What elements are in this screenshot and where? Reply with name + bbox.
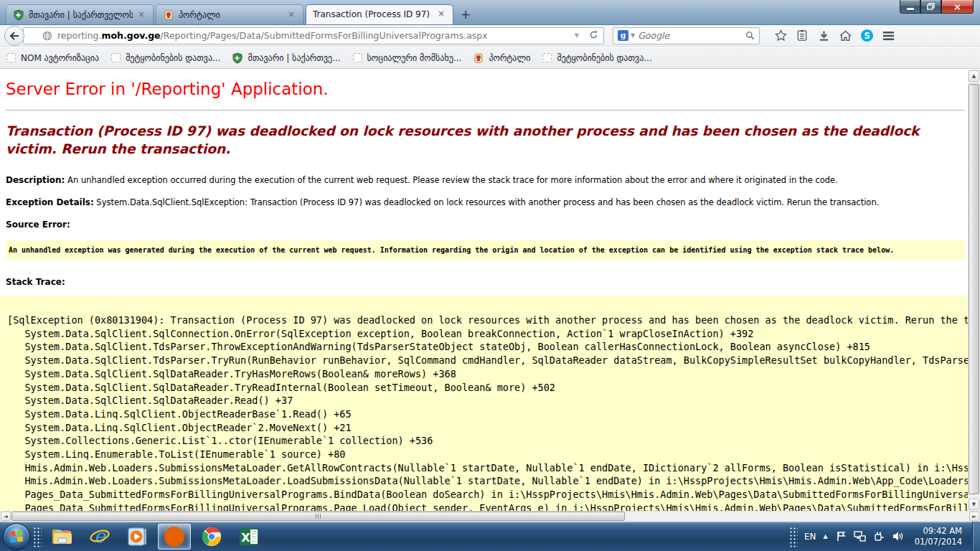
- source-error-row: Source Error:: [6, 220, 965, 230]
- exception-details-text: System.Data.SqlClient.SqlException: Tran…: [96, 197, 879, 207]
- divider: [6, 110, 965, 110]
- bookmarks-menu-icon[interactable]: [791, 27, 813, 45]
- restore-button[interactable]: [920, 0, 941, 14]
- url-text: reporting.moh.gov.ge/Reporting/Pages/Dat…: [57, 30, 570, 41]
- stack-line: System.Data.Linq.SqlClient.ObjectReader`…: [7, 421, 968, 435]
- svg-text:X: X: [241, 530, 250, 544]
- minimize-icon: [907, 8, 914, 10]
- svg-text:S: S: [864, 31, 870, 41]
- taskbar-chrome-button[interactable]: [195, 524, 228, 550]
- taskbar-media-player-button[interactable]: [121, 524, 154, 550]
- close-icon: ×: [953, 1, 961, 12]
- stack-line: System.Data.SqlClient.SqlConnection.OnEr…: [7, 327, 968, 341]
- page-content: Server Error in '/Reporting' Application…: [0, 70, 980, 522]
- menu-icon[interactable]: [877, 27, 899, 45]
- stack-line: System.Collections.Generic.List`1..ctor(…: [7, 434, 968, 448]
- bookmark-mtavari[interactable]: მთავარი | საქართვე...: [232, 52, 340, 64]
- exception-details-label: Exception Details:: [6, 197, 94, 207]
- google-favicon: g: [618, 30, 628, 41]
- scroll-down-icon[interactable]: ▼: [969, 499, 979, 510]
- horizontal-scrollbar[interactable]: ◄ ►: [0, 511, 980, 522]
- hidden-icons-icon[interactable]: ▲: [824, 533, 828, 540]
- taskbar-internet-explorer-button[interactable]: e: [83, 524, 116, 550]
- bookmark-shetyobinebis-2[interactable]: შეტყობინების დათვა...: [542, 52, 651, 63]
- bookmark-placeholder-icon: [353, 53, 362, 62]
- taskbar-excel-button[interactable]: X: [232, 524, 265, 550]
- action-center-flag-icon[interactable]: [837, 531, 846, 542]
- bookmark-label: შეტყობინების დათვა...: [126, 53, 220, 63]
- power-plug-icon[interactable]: [874, 531, 885, 542]
- bookmark-star-icon[interactable]: [770, 27, 791, 45]
- bookmark-label: პორტალი: [489, 53, 530, 63]
- home-icon[interactable]: [834, 27, 856, 45]
- bookmark-label: შეტყობინების დათვა...: [557, 53, 651, 63]
- stack-trace-label: Stack Trace:: [6, 277, 65, 287]
- shield-icon: [232, 52, 243, 64]
- taskbar: e: [0, 522, 980, 551]
- tab-label: Transaction (Process ID 97) was...: [313, 9, 433, 19]
- tab-close-icon[interactable]: ×: [136, 10, 146, 20]
- start-button[interactable]: [3, 523, 30, 550]
- excel-icon: X: [238, 527, 260, 547]
- bookmark-socialuri[interactable]: სოციალური მომსახუ...: [352, 52, 462, 63]
- bookmarks-toolbar: NOM ავტორიზაცია შეტყობინების დათვა... მთ…: [0, 47, 980, 69]
- media-player-icon: [126, 527, 148, 547]
- bookmark-portali[interactable]: პორტალი: [473, 52, 530, 64]
- network-icon[interactable]: [854, 531, 866, 542]
- search-engine-dropdown-icon[interactable]: ▼: [631, 32, 635, 39]
- reload-icon[interactable]: [584, 30, 603, 41]
- url-bar[interactable]: reporting.moh.gov.ge/Reporting/Pages/Dat…: [23, 27, 604, 44]
- bookmark-placeholder-icon: [111, 53, 121, 62]
- new-tab-button[interactable]: +: [455, 6, 476, 24]
- back-button[interactable]: [4, 26, 24, 46]
- back-arrow-icon: [9, 32, 19, 40]
- bookmark-label: სოციალური მომსახუ...: [367, 53, 462, 63]
- svg-text:e: e: [94, 527, 106, 547]
- tab-strip: მთავარი | საქართველოს ... × პორტალი × Tr…: [6, 4, 476, 24]
- tab-label: პორტალი: [179, 10, 283, 20]
- windows-explorer-icon: [51, 527, 74, 546]
- source-error-label: Source Error:: [6, 220, 70, 230]
- clock[interactable]: 09:42 AM 01/07/2014: [915, 526, 962, 547]
- tab-portali[interactable]: პორტალი ×: [156, 4, 303, 24]
- scroll-left-icon[interactable]: ◄: [1, 512, 11, 521]
- stack-line: System.Data.SqlClient.SqlDataReader.TryH…: [7, 367, 968, 381]
- scroll-right-icon[interactable]: ►: [969, 512, 979, 521]
- taskbar-firefox-button[interactable]: [158, 524, 191, 550]
- system-tray: EN ▲ 09:42 AM 01/07/2014: [786, 522, 980, 551]
- bookmark-nom-avtorizacia[interactable]: NOM ავტორიზაცია: [6, 52, 99, 63]
- search-icon[interactable]: [745, 31, 755, 40]
- globe-icon: [42, 31, 52, 41]
- vertical-scroll-thumb[interactable]: [969, 84, 979, 494]
- internet-explorer-icon: e: [89, 527, 110, 547]
- description-row: Description: An unhandled exception occu…: [6, 175, 965, 185]
- window-controls: ×: [900, 0, 974, 14]
- url-dropdown-icon[interactable]: ▼: [570, 32, 584, 39]
- horizontal-scroll-thumb[interactable]: [11, 512, 625, 521]
- taskbar-explorer-button[interactable]: [46, 524, 79, 550]
- show-desktop-button[interactable]: [972, 522, 980, 551]
- search-input[interactable]: [638, 30, 745, 41]
- tab-close-icon[interactable]: ×: [436, 9, 446, 19]
- windows-logo-icon: [9, 530, 24, 543]
- shield-favicon-icon: [13, 9, 24, 21]
- close-button[interactable]: ×: [941, 0, 974, 14]
- vertical-scrollbar[interactable]: ▲ ▼: [968, 70, 980, 511]
- emblem-favicon-icon: [163, 9, 174, 21]
- speaker-icon[interactable]: [892, 531, 904, 542]
- bookmark-shetyobinebis-1[interactable]: შეტყობინების დათვა...: [110, 52, 220, 63]
- downloads-icon[interactable]: [813, 27, 834, 45]
- skype-icon[interactable]: S: [856, 27, 877, 45]
- stack-line: System.Data.Linq.SqlClient.ObjectReaderB…: [7, 408, 968, 421]
- tab-transaction-error[interactable]: Transaction (Process ID 97) was... ×: [306, 4, 453, 24]
- minimize-button[interactable]: [900, 0, 920, 14]
- toolbar-icon-group: S: [770, 27, 899, 45]
- language-indicator[interactable]: EN: [804, 532, 816, 542]
- emblem-icon: [473, 52, 484, 64]
- scroll-up-icon[interactable]: ▲: [969, 70, 979, 82]
- stack-trace-box: [SqlException (0x80131904): Transaction …: [0, 296, 968, 511]
- stack-line: Pages_Data_SubmittedFormsForBillingUnive…: [7, 488, 968, 501]
- tab-close-icon[interactable]: ×: [286, 10, 296, 20]
- search-box[interactable]: g ▼: [613, 27, 760, 44]
- tab-mtavari[interactable]: მთავარი | საქართველოს ... ×: [6, 4, 154, 24]
